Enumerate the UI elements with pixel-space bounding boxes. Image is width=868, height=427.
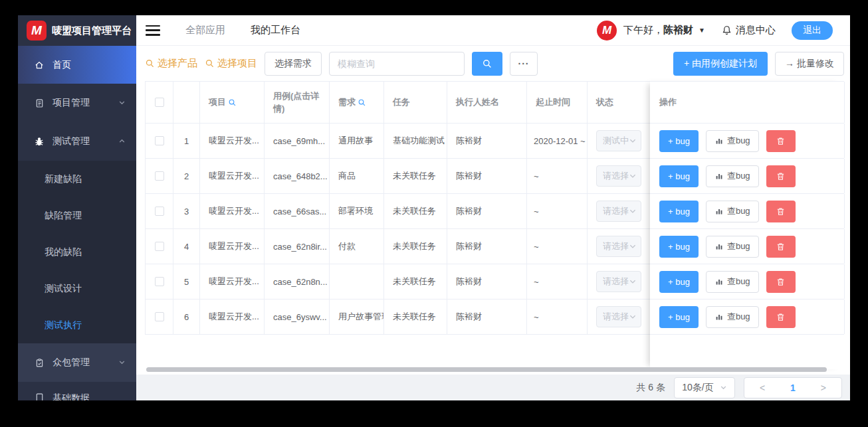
- delete-button[interactable]: [766, 306, 796, 328]
- operations-row: + bug 查bug: [650, 299, 844, 335]
- row-usecase[interactable]: case_648b2...: [265, 159, 330, 193]
- sidebar-item-label: 首页: [53, 59, 71, 71]
- hamburger-menu-icon[interactable]: [146, 25, 160, 36]
- more-filters-button[interactable]: ···: [510, 52, 538, 76]
- select-product-link[interactable]: 选择产品: [145, 57, 197, 70]
- row-checkbox[interactable]: [155, 277, 164, 286]
- status-select[interactable]: 请选择: [596, 201, 641, 222]
- row-project: 唛盟云开发...: [200, 124, 265, 158]
- operations-column: 操作 + bug 查bug + bug 查bug + bug 查bug: [650, 81, 844, 369]
- sidebar-item-partial[interactable]: 基础数据: [18, 390, 136, 400]
- delete-button[interactable]: [766, 271, 796, 293]
- add-bug-button[interactable]: + bug: [659, 201, 699, 222]
- status-select[interactable]: 请选择: [596, 165, 641, 187]
- operations-row: + bug 查bug: [650, 159, 844, 194]
- add-bug-button[interactable]: + bug: [659, 165, 699, 187]
- row-project: 唛盟云开发...: [200, 159, 265, 193]
- nav-all-apps[interactable]: 全部应用: [185, 24, 225, 37]
- logout-button[interactable]: 退出: [792, 21, 833, 40]
- select-all-checkbox[interactable]: [155, 98, 164, 107]
- scrollbar-thumb[interactable]: [146, 367, 827, 372]
- row-usecase[interactable]: case_62n8n...: [265, 264, 330, 299]
- select-requirement-button[interactable]: 选择需求: [265, 52, 322, 76]
- row-task: 未关联任务: [384, 229, 447, 264]
- row-requirement: 部署环境: [330, 194, 384, 228]
- batch-edit-button[interactable]: → 批量修改: [775, 52, 844, 76]
- view-bug-button[interactable]: 查bug: [706, 306, 759, 328]
- row-project: 唛盟云开发...: [200, 229, 265, 264]
- add-bug-button[interactable]: + bug: [659, 271, 699, 293]
- greeting-text: 下午好，陈裕财: [623, 24, 693, 37]
- delete-button[interactable]: [766, 236, 796, 258]
- status-select[interactable]: 请选择: [596, 271, 641, 292]
- operations-row: + bug 查bug: [650, 229, 844, 264]
- main-content: 选择产品 选择项目 选择需求 ··· + 由用例创建计划 → 批量修改: [136, 46, 850, 400]
- view-bug-button[interactable]: 查bug: [706, 201, 759, 222]
- add-bug-button[interactable]: + bug: [659, 236, 699, 258]
- row-usecase[interactable]: case_6yswv...: [265, 299, 330, 334]
- row-executor: 陈裕财: [447, 229, 527, 264]
- operations-row: + bug 查bug: [650, 124, 844, 159]
- row-task: 未关联任务: [384, 194, 447, 228]
- delete-button[interactable]: [766, 165, 796, 187]
- next-page-button[interactable]: >: [815, 383, 831, 393]
- sidebar-item-project-mgmt[interactable]: 项目管理: [18, 84, 136, 122]
- trash-icon: [776, 136, 786, 146]
- search-icon[interactable]: [228, 98, 237, 107]
- sidebar-item-test-execution[interactable]: 测试执行: [18, 307, 136, 343]
- status-select[interactable]: 请选择: [596, 236, 641, 257]
- status-select[interactable]: 测试中: [596, 130, 641, 151]
- row-checkbox[interactable]: [155, 312, 164, 321]
- header-task: 任务: [384, 82, 447, 123]
- brand-area: M 唛盟项目管理平台: [18, 15, 136, 46]
- row-usecase[interactable]: case_66sas...: [265, 194, 330, 228]
- add-bug-button[interactable]: + bug: [659, 130, 699, 152]
- header-usecase: 用例(点击详情): [265, 82, 330, 123]
- sidebar-item-my-defects[interactable]: 我的缺陷: [18, 234, 136, 270]
- prev-page-button[interactable]: <: [754, 383, 770, 393]
- view-bug-button[interactable]: 查bug: [706, 236, 759, 258]
- row-usecase[interactable]: case_62n8ir...: [265, 229, 330, 264]
- sidebar-item-crowd-mgmt[interactable]: 众包管理: [18, 343, 136, 382]
- add-bug-button[interactable]: + bug: [659, 306, 699, 328]
- sidebar-item-home[interactable]: 首页: [18, 46, 136, 84]
- fuzzy-search-input[interactable]: [329, 52, 465, 76]
- home-icon: [33, 60, 45, 70]
- row-checkbox[interactable]: [155, 242, 164, 251]
- row-checkbox[interactable]: [155, 207, 164, 216]
- chevron-down-icon: [629, 278, 637, 286]
- view-bug-button[interactable]: 查bug: [706, 130, 759, 152]
- page-size-select[interactable]: 10条/页: [674, 377, 735, 398]
- current-page[interactable]: 1: [790, 383, 796, 393]
- select-project-link[interactable]: 选择项目: [205, 57, 257, 70]
- user-avatar[interactable]: M: [597, 21, 617, 41]
- create-plan-button[interactable]: + 由用例创建计划: [673, 52, 768, 76]
- row-dates: ~: [527, 264, 588, 299]
- view-bug-button[interactable]: 查bug: [706, 271, 759, 293]
- row-index: 5: [173, 264, 200, 299]
- row-task: 基础功能测试: [384, 124, 447, 158]
- sidebar-item-defect-mgmt[interactable]: 缺陷管理: [18, 197, 136, 234]
- row-checkbox[interactable]: [155, 171, 164, 181]
- status-select[interactable]: 请选择: [596, 306, 641, 327]
- view-bug-button[interactable]: 查bug: [706, 165, 759, 187]
- sidebar-item-test-mgmt[interactable]: 测试管理: [18, 122, 136, 161]
- sidebar-item-label: 众包管理: [53, 357, 90, 369]
- user-menu-caret-icon[interactable]: ▼: [699, 27, 705, 34]
- message-center-link[interactable]: 消息中心: [721, 24, 776, 37]
- search-icon[interactable]: [358, 98, 366, 107]
- delete-button[interactable]: [766, 130, 796, 152]
- nav-my-workbench[interactable]: 我的工作台: [251, 24, 300, 37]
- sidebar-item-test-design[interactable]: 测试设计: [18, 270, 136, 307]
- delete-button[interactable]: [766, 201, 796, 222]
- sidebar: 首页 项目管理 测试管理 新建缺陷 缺陷管理 我的缺陷 测试设计 测试执: [18, 46, 136, 400]
- row-dates: ~: [527, 299, 588, 334]
- search-button[interactable]: [472, 52, 502, 76]
- row-usecase[interactable]: case_69mh...: [265, 124, 330, 158]
- row-index: 4: [173, 229, 200, 264]
- chevron-down-icon: [629, 137, 637, 145]
- row-index: 2: [173, 159, 200, 193]
- row-checkbox[interactable]: [155, 136, 164, 145]
- row-task: 未关联任务: [384, 264, 447, 299]
- sidebar-item-new-defect[interactable]: 新建缺陷: [18, 161, 136, 197]
